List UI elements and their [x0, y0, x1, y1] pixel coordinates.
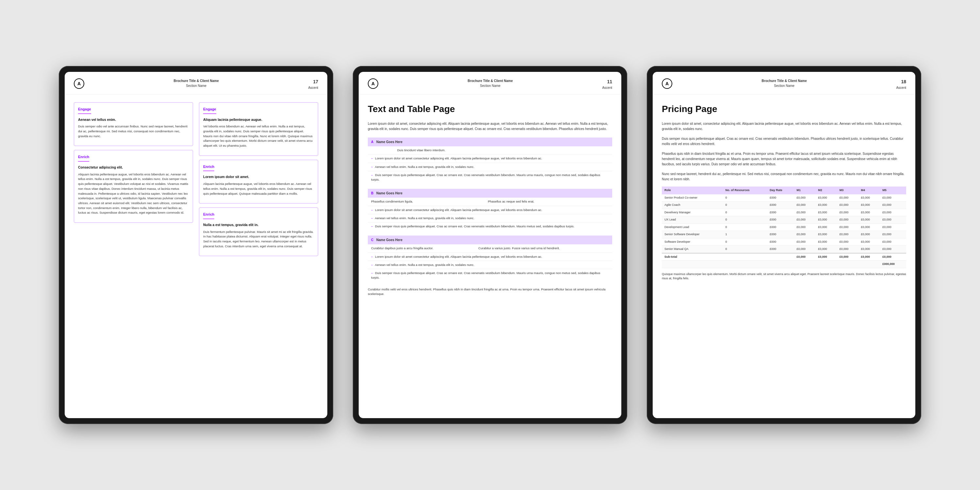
enrich-tag-right-1: Enrich	[203, 164, 214, 172]
col-m3: M3	[837, 186, 859, 194]
role-7: Senior Manual QA	[662, 246, 722, 253]
section-letter-c: C	[371, 238, 373, 242]
section-name-1: Section Name	[186, 84, 207, 88]
table-row-a-header: Duis tincidunt vitae libero interdum.	[368, 146, 612, 154]
right-section-engage: Engage Aliquam lacinia pellentesque augu…	[199, 102, 318, 156]
role-1: Agile Coach	[662, 202, 722, 209]
logo-icon-3: A	[662, 78, 672, 89]
table-row-c-header: Curabitur dapibus justo a arcu fringilla…	[368, 244, 612, 253]
enrich-heading-right-2: Nulla a est tempus, gravida elit in.	[203, 223, 314, 228]
header-right-1: 17 Ascent	[308, 78, 318, 90]
num-0: 0	[722, 194, 767, 202]
table-cell-a-h2: Duis tincidunt vitae libero interdum.	[394, 146, 612, 154]
data-table-b: B Name Goes Here Phasellus condimentum l…	[368, 189, 612, 230]
table-cell-a-h1	[368, 146, 394, 154]
engage-tag-right: Engage	[203, 107, 216, 114]
page-header-1: A Brochure Title & Client Name Section N…	[65, 72, 327, 94]
section-label-b: B Name Goes Here	[368, 189, 612, 197]
bullet-a-2: –	[371, 165, 373, 169]
section-name-2: Section Name	[480, 84, 500, 88]
table-cell-c-h1: Curabitur dapibus justo a arcu fringilla…	[368, 244, 475, 253]
row-text-b-3: Duis semper risus quis pellentesque aliq…	[375, 224, 574, 228]
bullet-a-1: –	[371, 156, 373, 160]
m2-0: £0,000	[815, 194, 837, 202]
col-m2: M2	[815, 186, 837, 194]
pricing-table: Role No. of Resources Day Rate M1 M2 M3 …	[662, 186, 906, 268]
table-cell-a-1: – Lorem ipsum dolor sit amet consectetur…	[368, 154, 612, 163]
page-content-2: Text and Table Page Lorem ipsum dolor si…	[359, 94, 621, 418]
brochure-title-3: Brochure Title & Client Name	[762, 79, 807, 83]
col-m4: M4	[859, 186, 880, 194]
logo-icon-2: A	[368, 78, 378, 89]
engage-heading-right: Aliquam lacinia pellentesque augue.	[203, 117, 314, 123]
page-num-2: 11	[602, 78, 612, 85]
logo-icon-1: A	[74, 78, 84, 89]
brochure-title-2: Brochure Title & Client Name	[468, 79, 513, 83]
header-meta-1: Brochure Title & Client Name Section Nam…	[174, 78, 219, 88]
page-title-2: Text and Table Page	[368, 102, 612, 116]
table-cell-a-3: – Duis semper risus quis pellentesque al…	[368, 171, 612, 184]
pricing-row-7: Senior Manual QA 0 £000 £0,000 £0,000 £0…	[662, 246, 906, 253]
table-row-b-header: Phasellus condimentum ligula. Phasellus …	[368, 197, 612, 206]
enrich-tag-right-2: Enrich	[203, 212, 214, 219]
enrich-body-right-1: Aliquam lacinia pellentesque augue, vel …	[203, 181, 314, 196]
left-section-engage: Engage Aenean vel tellus enim. Duis semp…	[74, 102, 193, 146]
two-col-layout: Engage Aenean vel tellus enim. Duis semp…	[74, 102, 318, 256]
row-text-a-1: Lorem ipsum dolor sit amet consectetur a…	[375, 156, 542, 160]
subtotal-row: Sub-total £0,000 £0,000 £0,000 £0,000 £0…	[662, 253, 906, 261]
m1-0: £0,000	[794, 194, 816, 202]
tablets-container: A Brochure Title & Client Name Section N…	[33, 66, 947, 424]
role-0: Senior Product Co-owner	[662, 194, 722, 202]
header-right-2: 11 Ascent	[602, 78, 612, 90]
section-row-b: B Name Goes Here	[368, 189, 612, 197]
section-row-a: A Name Goes Here	[368, 137, 612, 146]
page-header-2: A Brochure Title & Client Name Section N…	[359, 72, 621, 94]
header-right-3: 18 Ascent	[896, 78, 906, 90]
pricing-intro-p2: Duis semper risus quis pellentesque aliq…	[662, 136, 906, 147]
table-row-a-2: – Aenean vel tellus enim. Nulla a est te…	[368, 163, 612, 171]
total-amount: £000,000	[880, 261, 906, 268]
table-cell-b-1: – Lorem ipsum dolor sit amet consectetur…	[368, 206, 612, 214]
header-meta-2: Brochure Title & Client Name Section Nam…	[468, 78, 513, 88]
section-name-a: Name Goes Here	[376, 140, 402, 144]
pricing-row-1: Agile Coach 0 £000 £0,000 £0,000 £0,000 …	[662, 202, 906, 209]
page-num-3: 18	[896, 78, 906, 85]
table-cell-b-h1: Phasellus condimentum ligula.	[368, 197, 484, 206]
row-text-c-2: Aenean vel tellus enim. Nulla a est temp…	[375, 263, 474, 267]
table-cell-c-2: – Aenean vel tellus enim. Nulla a est te…	[368, 261, 612, 269]
section-name-b: Name Goes Here	[376, 191, 402, 195]
section-row-c: C Name Goes Here	[368, 235, 612, 244]
row-text-b-1: Lorem ipsum dolor sit amet consectetur a…	[375, 208, 542, 212]
engage-body-left: Duis semper odio vel ante accumsan finib…	[78, 124, 189, 138]
enrich-tag-left: Enrich	[78, 154, 89, 162]
page-title-3: Pricing Page	[662, 102, 906, 116]
page-num-1: 17	[308, 78, 318, 85]
pricing-row-5: Senior Software Developer 1 £000 £0,000 …	[662, 231, 906, 239]
brand-2: Ascent	[602, 86, 612, 89]
right-section-enrich-1: Enrich Lorem ipsum dolor sit amet. Aliqu…	[199, 160, 318, 204]
page-header-3: A Brochure Title & Client Name Section N…	[653, 72, 915, 94]
brand-3: Ascent	[896, 86, 906, 89]
row-text-b-2: Aenean vel tellus enim. Nulla a est temp…	[375, 216, 474, 220]
tablet-3: A Brochure Title & Client Name Section N…	[647, 66, 921, 424]
table-row-b-3: – Duis semper risus quis pellentesque al…	[368, 223, 612, 231]
left-section-enrich: Enrich Consectetur adipiscing elit. Aliq…	[74, 150, 193, 223]
table-row-b-1: – Lorem ipsum dolor sit amet consectetur…	[368, 206, 612, 214]
section-name-c: Name Goes Here	[376, 238, 402, 242]
tablet-2-screen: A Brochure Title & Client Name Section N…	[359, 72, 621, 418]
row-text-c-1: Lorem ipsum dolor sit amet consectetur a…	[375, 255, 542, 258]
table-cell-c-1: – Lorem ipsum dolor sit amet consectetur…	[368, 253, 612, 261]
col-role: Role	[662, 186, 722, 194]
m5-0: £0,000	[880, 194, 906, 202]
rate-0: £000	[767, 194, 794, 202]
intro-text-2: Lorem ipsum dolor sit amet, consectetur …	[368, 121, 612, 132]
pricing-row-6: Software Developer 0 £000 £0,000 £0,000 …	[662, 238, 906, 246]
section-name-3: Section Name	[774, 84, 794, 88]
subtotal-label: Sub-total	[662, 253, 722, 261]
engage-heading-left: Aenean vel tellus enim.	[78, 117, 189, 123]
col-m5: M5	[880, 186, 906, 194]
m4-0: £0,000	[859, 194, 880, 202]
header-meta-3: Brochure Title & Client Name Section Nam…	[762, 78, 807, 88]
section-letter-b: B	[371, 191, 373, 195]
col-resources: No. of Resources	[722, 186, 767, 194]
